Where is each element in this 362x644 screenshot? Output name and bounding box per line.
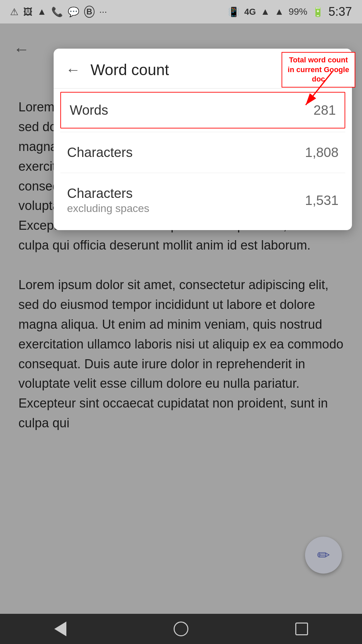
characters-no-spaces-value: 1,531 <box>305 193 339 208</box>
image-icon: 🖼 <box>23 6 33 17</box>
vibrate-icon: 📳 <box>228 6 240 17</box>
drive-icon: ▲ <box>37 6 47 17</box>
status-bar: ⚠ 🖼 ▲ 📞 💬 B ··· 📳 4G ▲ ▲ 99% 🔋 5:37 <box>0 0 362 23</box>
status-icons-left: ⚠ 🖼 ▲ 📞 💬 B ··· <box>10 6 107 18</box>
home-circle-icon <box>174 622 188 636</box>
svg-line-1 <box>306 71 333 105</box>
characters-no-spaces-label-group: Characters excluding spaces <box>67 186 149 215</box>
characters-row: Characters 1,808 <box>54 132 352 173</box>
characters-no-spaces-label: Characters <box>67 186 149 201</box>
signal-bars2-icon: ▲ <box>275 6 284 17</box>
back-triangle-icon <box>54 622 66 636</box>
characters-no-spaces-row: Characters excluding spaces 1,531 <box>54 173 352 230</box>
dots-icon: ··· <box>99 6 107 17</box>
word-count-dialog: ← Word count Total word count in current… <box>54 49 352 230</box>
document-area: ← Lorem ipsum dolor sit amet, consectetu… <box>0 23 362 614</box>
navigation-bar <box>0 614 362 644</box>
signal-label: 4G <box>244 7 256 17</box>
nav-home-button[interactable] <box>168 615 194 642</box>
nav-recent-button[interactable] <box>288 615 315 642</box>
nav-back-button[interactable] <box>47 615 74 642</box>
clock: 5:37 <box>328 5 352 19</box>
annotation-arrow <box>302 71 343 115</box>
dialog-back-button[interactable]: ← <box>66 61 80 78</box>
characters-value: 1,808 <box>305 145 339 160</box>
phone-icon: 📞 <box>51 6 63 17</box>
alert-icon: ⚠ <box>10 6 18 17</box>
words-label: Words <box>70 103 108 118</box>
battery-icon: 🔋 <box>312 6 324 17</box>
signal-bars-icon: ▲ <box>260 6 270 17</box>
whatsapp-icon: 💬 <box>68 6 79 17</box>
battery-percent: 99% <box>289 6 307 17</box>
recent-square-icon <box>295 623 308 635</box>
bbm-icon: B <box>84 6 95 18</box>
characters-no-spaces-sublabel: excluding spaces <box>67 202 149 215</box>
status-icons-right: 📳 4G ▲ ▲ 99% 🔋 5:37 <box>228 5 352 19</box>
characters-label: Characters <box>67 145 133 160</box>
